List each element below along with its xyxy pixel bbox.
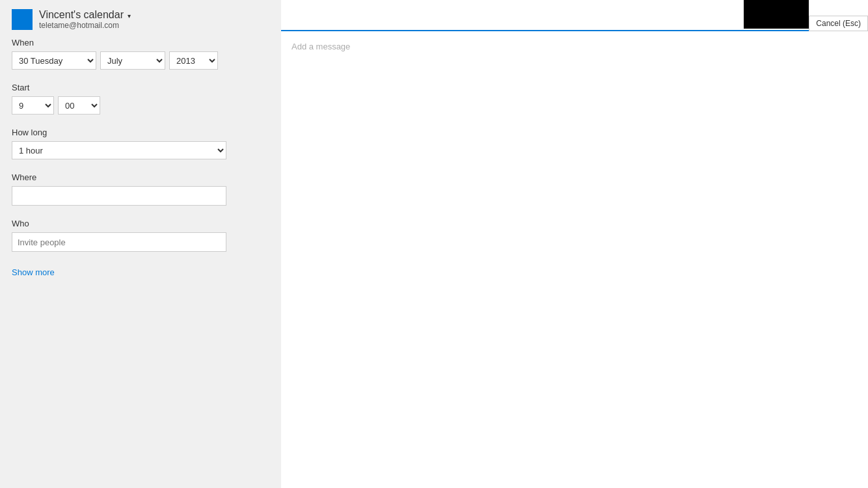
start-group: Start 1234 5678 9101112 00 15 30 45 — [12, 83, 269, 115]
calendar-title-block: Vincent's calendar ▾ teletame@hotmail.co… — [39, 9, 131, 30]
cancel-tooltip[interactable]: Cancel (Esc) — [809, 16, 868, 31]
save-button[interactable] — [744, 0, 809, 29]
add-message-area[interactable]: Add a message — [281, 31, 868, 62]
minute-select[interactable]: 00 15 30 45 — [58, 96, 100, 115]
calendar-header: Vincent's calendar ▾ teletame@hotmail.co… — [0, 0, 281, 38]
start-row: 1234 5678 9101112 00 15 30 45 — [12, 96, 269, 115]
when-row: 30 Tuesday 1 Wednesday 2 Thursday Januar… — [12, 51, 269, 70]
when-label: When — [12, 38, 269, 47]
month-select[interactable]: January February March April May June Ju… — [100, 51, 165, 70]
when-group: When 30 Tuesday 1 Wednesday 2 Thursday J… — [12, 38, 269, 70]
show-more-link[interactable]: Show more — [12, 267, 55, 277]
right-panel: Add a message Cancel (Esc) — [281, 0, 868, 488]
duration-select[interactable]: 30 minutes 1 hour 1.5 hours 2 hours All … — [12, 141, 226, 159]
where-group: Where — [12, 172, 269, 206]
who-label: Who — [12, 219, 269, 228]
who-group: Who — [12, 219, 269, 252]
who-input[interactable] — [12, 232, 226, 252]
where-label: Where — [12, 172, 269, 182]
calendar-subtitle: teletame@hotmail.com — [39, 21, 131, 30]
how-long-group: How long 30 minutes 1 hour 1.5 hours 2 h… — [12, 128, 269, 159]
top-right-controls: Cancel (Esc) — [744, 0, 868, 31]
calendar-title: Vincent's calendar — [39, 9, 124, 21]
year-select[interactable]: 2012 2013 2014 2015 — [169, 51, 218, 70]
left-panel: Vincent's calendar ▾ teletame@hotmail.co… — [0, 0, 281, 488]
how-long-label: How long — [12, 128, 269, 137]
calendar-title-row[interactable]: Vincent's calendar ▾ — [39, 9, 131, 21]
start-label: Start — [12, 83, 269, 92]
chevron-down-icon: ▾ — [128, 12, 131, 20]
hour-select[interactable]: 1234 5678 9101112 — [12, 96, 54, 115]
day-select[interactable]: 30 Tuesday 1 Wednesday 2 Thursday — [12, 51, 96, 70]
where-input[interactable] — [12, 186, 226, 206]
calendar-icon — [12, 9, 33, 30]
form-section: When 30 Tuesday 1 Wednesday 2 Thursday J… — [0, 38, 281, 277]
